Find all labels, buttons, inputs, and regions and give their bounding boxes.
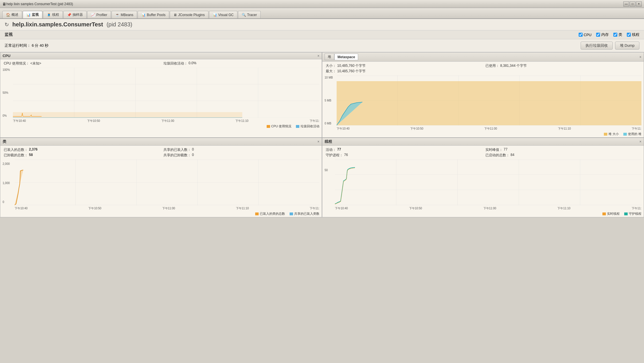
cpu-legend-color <box>267 125 270 128</box>
heap-size-legend-label: 堆 大小 <box>608 132 619 136</box>
class-checkbox-item: 类 <box>613 32 622 37</box>
cpu-usage-label: CPU 使用情况： <box>4 61 29 66</box>
uptime-value: 6 分 40 秒 <box>32 43 49 48</box>
tab-overview[interactable]: 🏠 概述 <box>2 11 22 18</box>
heap-used-legend-color <box>623 133 627 136</box>
gc-button[interactable]: 执行垃圾回收 <box>581 42 613 50</box>
tab-jconsole[interactable]: 🖥 JConsole Plugins <box>170 11 208 18</box>
cpu-chart-svg <box>13 68 319 118</box>
tab-tracer[interactable]: 🔍 Tracer <box>238 11 261 18</box>
cpu-checkbox-item: CPU <box>579 33 592 37</box>
classes-loaded-stat: 已装入的总数： 2,376 <box>4 147 159 152</box>
class-panel-header: 类 × <box>0 138 322 146</box>
memory-checkbox-label: 内存 <box>601 32 609 37</box>
cpu-stats: CPU 使用情况： <未知> 垃圾回收活动： 0.0% <box>0 59 322 68</box>
heap-size-stat: 大小： 10,485,760 个字节 <box>326 63 481 68</box>
shared-loaded-label: 共享的已装入数： <box>163 147 191 152</box>
memory-checkbox-item: 内存 <box>596 32 609 37</box>
pid-text: (pid 2483) <box>106 21 132 28</box>
cpu-panel-close[interactable]: × <box>317 54 319 58</box>
heap-max-stat: 最大： 10,485,760 个字节 <box>326 69 481 74</box>
action-buttons: 执行垃圾回收 堆 Dump <box>581 42 639 50</box>
heap-tab-heap[interactable]: 堆 <box>325 54 334 60</box>
tab-visualgc[interactable]: 📊 Visual GC <box>209 11 237 18</box>
tab-bar: 🏠 概述 📊 监视 🧵 线程 📌 抽样器 📈 Profiler ☕ MBeans… <box>0 8 644 19</box>
heap-y-labels: 10 MB 5 MB 0 MB <box>324 75 336 126</box>
panels-grid: CPU × CPU 使用情况： <未知> 垃圾回收活动： 0.0% 100% 5… <box>0 52 644 217</box>
heap-used-label: 已使用： <box>485 63 499 68</box>
title-bar-buttons: — □ × <box>623 1 642 7</box>
tab-sampler[interactable]: 📌 抽样器 <box>63 11 87 18</box>
active-threads-stat: 活动： 77 <box>326 147 481 152</box>
live-thread-label: 实时线程 <box>607 212 620 216</box>
thread-panel-title: 线程 <box>325 139 332 144</box>
thread-legend: 实时线程 守护线程 <box>322 211 644 217</box>
total-threads-stat: 已启动的总数： 84 <box>485 153 641 158</box>
heap-max-value: 10,485,760 个字节 <box>337 69 366 74</box>
class-checkbox[interactable] <box>613 33 617 37</box>
class-legend: 已装入的类的总数 共享的已装入类数 <box>0 211 322 217</box>
total-threads-value: 84 <box>511 153 514 158</box>
heap-tabs: 堆 Metaspace <box>325 54 358 60</box>
heap-chart-svg <box>337 75 641 126</box>
memory-checkbox[interactable] <box>596 33 600 37</box>
cpu-legend: CPU 使用情况 垃圾回收活动 <box>0 124 322 130</box>
class-checkbox-label: 类 <box>618 32 622 37</box>
gc-activity-label: 垃圾回收活动： <box>163 61 188 66</box>
heap-dump-button[interactable]: 堆 Dump <box>615 42 639 50</box>
heap-chart-container: 10 MB 5 MB 0 MB <box>325 75 641 126</box>
active-threads-value: 77 <box>337 147 341 152</box>
class-chart-svg <box>15 159 319 205</box>
cpu-usage-legend: CPU 使用情况 <box>267 124 291 128</box>
class-y-labels: 2,000 1,000 0 <box>2 159 14 205</box>
gc-legend-color <box>296 125 299 128</box>
close-button[interactable]: × <box>636 1 642 7</box>
heap-panel-close[interactable]: × <box>639 55 641 59</box>
classes-unloaded-stat: 已卸载的总数： 58 <box>4 153 159 158</box>
tab-profiler[interactable]: 📈 Profiler <box>87 11 111 18</box>
jconsole-icon: 🖥 <box>173 13 177 17</box>
title-bar: 🖥 help lixin samples ConsumerTest (pid 2… <box>0 0 644 8</box>
thread-panel-close[interactable]: × <box>639 140 641 144</box>
tab-threads[interactable]: 🧵 线程 <box>43 11 63 18</box>
tab-bufferpools[interactable]: 📊 Buffer Pools <box>138 11 169 18</box>
app-title: help.lixin.samples.ConsumerTest <box>12 21 103 28</box>
heap-size-legend: 堆 大小 <box>604 132 619 136</box>
classes-unloaded-label: 已卸载的总数： <box>4 153 28 158</box>
uptime-bar: 正常运行时间： 6 分 40 秒 执行垃圾回收 堆 Dump <box>0 39 644 52</box>
cpu-panel: CPU × CPU 使用情况： <未知> 垃圾回收活动： 0.0% 100% 5… <box>0 52 322 138</box>
thread-checkbox[interactable] <box>627 33 631 37</box>
heap-size-value: 10,485,760 个字节 <box>337 63 366 68</box>
profiler-icon: 📈 <box>91 13 95 17</box>
classes-loaded-value: 2,376 <box>29 147 38 152</box>
tab-monitor[interactable]: 📊 监视 <box>23 11 42 18</box>
class-panel-close[interactable]: × <box>317 140 319 144</box>
maximize-button[interactable]: □ <box>630 1 635 7</box>
svg-rect-16 <box>337 81 641 125</box>
class-shared-legend: 共享的已装入类数 <box>290 212 319 216</box>
heap-tab-metaspace[interactable]: Metaspace <box>334 54 358 60</box>
thread-checkbox-label: 线程 <box>632 32 639 37</box>
tab-mbeans[interactable]: ☕ MBeans <box>112 11 137 18</box>
cpu-checkbox[interactable] <box>579 33 583 37</box>
daemon-threads-value: 77 <box>504 147 508 152</box>
cpu-panel-header: CPU × <box>0 52 322 59</box>
uptime-label: 正常运行时间： <box>5 43 31 48</box>
minimize-button[interactable]: — <box>623 1 629 7</box>
heap-used-stat: 已使用： 8,381,344 个字节 <box>485 63 641 68</box>
heap-used-legend-label: 使用的 堆 <box>628 132 641 136</box>
heap-legend: 堆 大小 使用的 堆 <box>322 131 644 137</box>
live-thread-legend: 实时线程 <box>602 212 620 216</box>
total-threads-label: 已启动的总数： <box>485 153 510 158</box>
heap-max-label: 最大： <box>326 69 336 74</box>
cpu-panel-title: CPU <box>3 54 10 58</box>
daemon-thread-color <box>624 212 628 215</box>
thread-chart-svg <box>335 159 641 205</box>
classes-unloaded-value: 58 <box>29 153 33 158</box>
overview-icon: 🏠 <box>6 13 10 17</box>
refresh-icon: ↻ <box>5 22 9 28</box>
thread-checkbox-item: 线程 <box>627 32 639 37</box>
heap-size-legend-color <box>604 133 607 136</box>
sampler-icon: 📌 <box>67 13 71 17</box>
shared-loaded-stat: 共享的已装入数： 0 <box>163 147 319 152</box>
